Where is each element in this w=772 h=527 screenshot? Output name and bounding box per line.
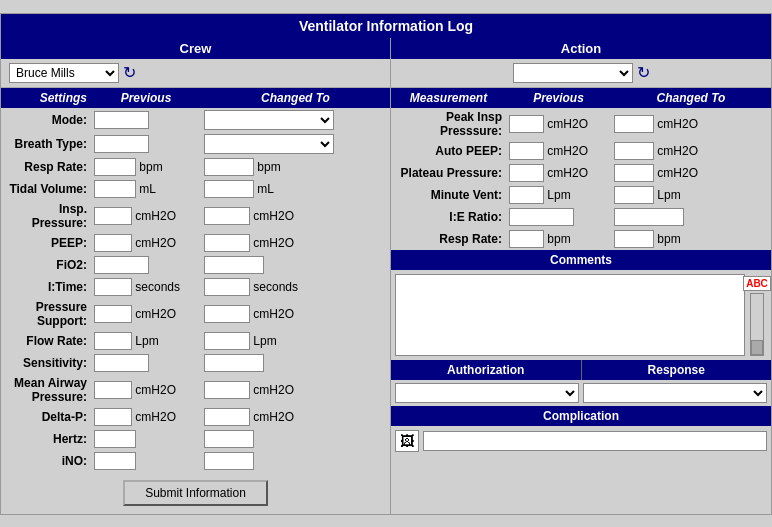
insp-pressure-changed-input[interactable] xyxy=(204,207,250,225)
table-row: Auto PEEP: cmH2O cmH2O xyxy=(391,140,771,162)
sensitivity-prev-input[interactable] xyxy=(94,354,149,372)
flow-rate-prev-input[interactable] xyxy=(94,332,132,350)
table-row: Hertz: xyxy=(1,428,390,450)
settings-col-header: Settings xyxy=(1,88,91,108)
submit-row: Submit Information xyxy=(1,472,390,514)
table-row: Pressure Support: cmH2O cmH2O xyxy=(1,298,390,330)
minute-vent-changed-input[interactable] xyxy=(614,186,654,204)
table-row: Sensitivity: xyxy=(1,352,390,374)
plateau-prev-input[interactable] xyxy=(509,164,544,182)
crew-header: Crew xyxy=(1,38,390,59)
sensitivity-changed-input[interactable] xyxy=(204,354,264,372)
left-col-headers: Settings Previous Changed To xyxy=(1,88,390,108)
pressure-support-prev-input[interactable] xyxy=(94,305,132,323)
crew-select[interactable]: Bruce Mills xyxy=(9,63,119,83)
resp-rate-prev-input[interactable] xyxy=(94,158,136,176)
main-container: Ventilator Information Log Crew Bruce Mi… xyxy=(0,13,772,515)
mode-prev-input[interactable] xyxy=(94,111,149,129)
breath-type-prev-input[interactable] xyxy=(94,135,149,153)
itime-prev-input[interactable] xyxy=(94,278,132,296)
fio2-changed-input[interactable] xyxy=(204,256,264,274)
table-row: I:E Ratio: xyxy=(391,206,771,228)
crew-refresh-icon[interactable]: ↻ xyxy=(123,63,136,82)
two-col-layout: Crew Bruce Mills ↻ Settings Previous Cha… xyxy=(1,38,771,514)
response-header: Response xyxy=(581,360,772,380)
minute-vent-prev-input[interactable] xyxy=(509,186,544,204)
action-select[interactable] xyxy=(513,63,633,83)
left-panel: Crew Bruce Mills ↻ Settings Previous Cha… xyxy=(1,38,391,514)
pip-changed-input[interactable] xyxy=(614,115,654,133)
insp-pressure-prev-input[interactable] xyxy=(94,207,132,225)
right-col-headers: Measurement Previous Changed To xyxy=(391,88,771,108)
auto-peep-prev-input[interactable] xyxy=(509,142,544,160)
ie-ratio-changed-input[interactable] xyxy=(614,208,684,226)
abc-icon[interactable]: ABC xyxy=(743,276,771,291)
table-row: Resp Rate: bpm bpm xyxy=(391,228,771,250)
plateau-changed-input[interactable] xyxy=(614,164,654,182)
action-header: Action xyxy=(391,38,771,59)
auto-peep-changed-input[interactable] xyxy=(614,142,654,160)
right-panel: Action ↻ Measurement Previous Changed To… xyxy=(391,38,771,514)
table-row: Tidal Volume: mL mL xyxy=(1,178,390,200)
hertz-prev-input[interactable] xyxy=(94,430,136,448)
table-row: PEEP: cmH2O cmH2O xyxy=(1,232,390,254)
hertz-changed-input[interactable] xyxy=(204,430,254,448)
map-changed-input[interactable] xyxy=(204,381,250,399)
mode-changed-select[interactable] xyxy=(204,110,334,130)
comments-sidebar: ABC xyxy=(747,274,767,356)
action-refresh-icon[interactable]: ↻ xyxy=(637,63,650,82)
deltap-prev-input[interactable] xyxy=(94,408,132,426)
table-row: Breath Type: xyxy=(1,132,390,156)
flow-rate-changed-input[interactable] xyxy=(204,332,250,350)
authorization-select[interactable] xyxy=(395,383,579,403)
complication-icon[interactable]: 🖼 xyxy=(395,430,419,452)
deltap-changed-input[interactable] xyxy=(204,408,250,426)
table-row: Delta-P: cmH2O cmH2O xyxy=(1,406,390,428)
auth-response-headers: Authorization Response xyxy=(391,360,771,380)
resp-rate-changed-input[interactable] xyxy=(204,158,254,176)
breath-type-changed-select[interactable] xyxy=(204,134,334,154)
right-changed-col-header: Changed To xyxy=(611,88,771,108)
fio2-prev-input[interactable] xyxy=(94,256,149,274)
table-row: Mean Airway Pressure: cmH2O cmH2O xyxy=(1,374,390,406)
page-title: Ventilator Information Log xyxy=(1,14,771,38)
peep-prev-input[interactable] xyxy=(94,234,132,252)
comments-textarea[interactable] xyxy=(395,274,745,356)
scrollbar-track xyxy=(750,293,764,356)
table-row: Minute Vent: Lpm Lpm xyxy=(391,184,771,206)
action-dropdown-row: ↻ xyxy=(391,59,771,88)
submit-button[interactable]: Submit Information xyxy=(123,480,268,506)
pressure-support-changed-input[interactable] xyxy=(204,305,250,323)
pip-prev-input[interactable] xyxy=(509,115,544,133)
response-select[interactable] xyxy=(583,383,767,403)
table-row: Peak Insp Presssure: cmH2O cmH2O xyxy=(391,108,771,140)
ie-ratio-prev-input[interactable] xyxy=(509,208,574,226)
map-prev-input[interactable] xyxy=(94,381,132,399)
scrollbar-thumb[interactable] xyxy=(751,340,763,355)
left-changed-col-header: Changed To xyxy=(201,88,390,108)
resp-rate-right-changed-input[interactable] xyxy=(614,230,654,248)
measurements-table: Peak Insp Presssure: cmH2O cmH2O Auto PE… xyxy=(391,108,771,250)
left-previous-col-header: Previous xyxy=(91,88,201,108)
ino-prev-input[interactable] xyxy=(94,452,136,470)
authorization-header: Authorization xyxy=(391,360,581,380)
right-previous-col-header: Previous xyxy=(506,88,611,108)
ino-changed-input[interactable] xyxy=(204,452,254,470)
comments-area: ABC xyxy=(391,270,771,360)
table-row: FiO2: xyxy=(1,254,390,276)
table-row: iNO: xyxy=(1,450,390,472)
measurement-col-header: Measurement xyxy=(391,88,506,108)
table-row: Insp. Pressure: cmH2O cmH2O xyxy=(1,200,390,232)
complication-row: 🖼 xyxy=(391,426,771,456)
itime-changed-input[interactable] xyxy=(204,278,250,296)
tidal-vol-changed-input[interactable] xyxy=(204,180,254,198)
table-row: Flow Rate: Lpm Lpm xyxy=(1,330,390,352)
peep-changed-input[interactable] xyxy=(204,234,250,252)
complication-input[interactable] xyxy=(423,431,767,451)
tidal-vol-prev-input[interactable] xyxy=(94,180,136,198)
auth-response-selects xyxy=(391,380,771,406)
resp-rate-right-prev-input[interactable] xyxy=(509,230,544,248)
table-row: I:Time: seconds seconds xyxy=(1,276,390,298)
table-row: Plateau Pressure: cmH2O cmH2O xyxy=(391,162,771,184)
complication-header: Complication xyxy=(391,406,771,426)
